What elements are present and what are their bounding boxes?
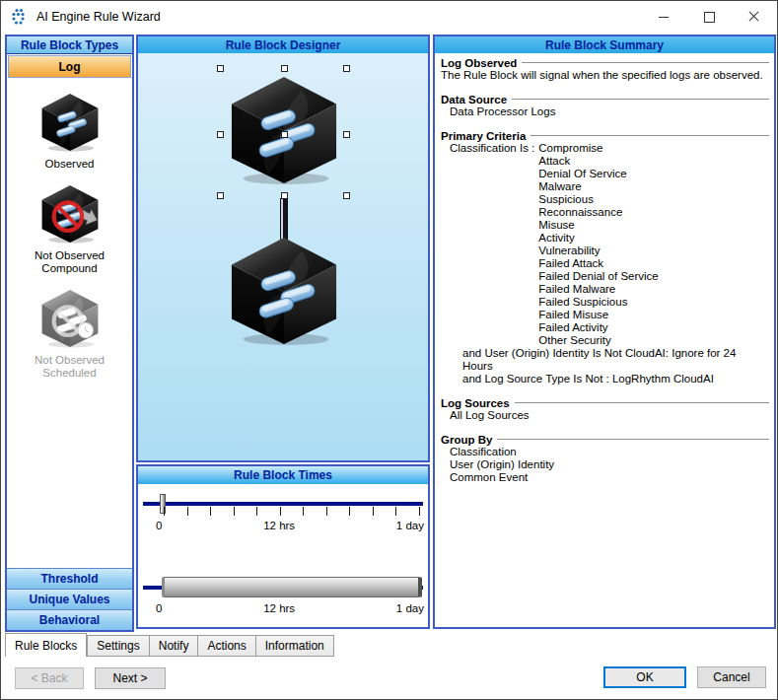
app-logo-icon — [10, 7, 30, 27]
scale-label-1day: 1 day — [396, 602, 424, 614]
tab-information[interactable]: Information — [256, 635, 334, 657]
summary-content: Log Observed The Rule Block will signal … — [435, 53, 774, 627]
classification-value: Failed Malware — [538, 283, 658, 296]
minimize-button[interactable] — [641, 1, 686, 33]
selection-handle[interactable] — [281, 65, 288, 72]
not-observed-compound-cube-icon — [38, 184, 102, 244]
time-slider-scale: 0 12 hrs 1 day — [156, 520, 424, 531]
selection-handle[interactable] — [343, 192, 350, 199]
type-label: Not Observed Compound — [7, 249, 132, 275]
tab-rule-blocks[interactable]: Rule Blocks — [5, 633, 87, 657]
selection-handle[interactable] — [343, 131, 350, 138]
group-by-value: Common Event — [441, 471, 769, 484]
observed-cube-icon — [38, 93, 102, 152]
classification-value: Suspicious — [538, 193, 658, 206]
not-observed-scheduled-cube-icon — [38, 289, 102, 348]
classification-value: Vulnerability — [538, 245, 658, 257]
rule-block-designer-panel: Rule Block Designer — [136, 35, 430, 462]
maximize-button[interactable] — [686, 1, 732, 33]
section-heading: Group By — [441, 434, 492, 446]
wizard-tabstrip: Rule Blocks Settings Notify Actions Info… — [5, 634, 334, 657]
rule-block-cube-2[interactable] — [224, 236, 344, 346]
classification-value: Compromise — [538, 142, 658, 155]
scale-label-0: 0 — [156, 602, 162, 614]
criteria-condition: and User (Origin) Identity Is Not CloudA… — [441, 347, 769, 373]
group-by-value: Classification — [441, 446, 769, 458]
selection-handle[interactable] — [217, 192, 224, 199]
selection-handle[interactable] — [343, 65, 350, 72]
title-bar: AI Engine Rule Wizard — [1, 1, 777, 33]
rule-block-times-panel: Rule Block Times 0 12 hrs 1 day 0 12 hrs… — [136, 464, 430, 629]
maximize-icon — [704, 12, 715, 23]
log-type-button[interactable]: Log — [8, 55, 131, 78]
ai-engine-rule-wizard-window: AI Engine Rule Wizard Rule Block Types L… — [0, 0, 778, 700]
classification-value: Other Security — [538, 334, 658, 347]
classification-value: Denial Of Service — [538, 168, 658, 180]
selection-handle-center[interactable] — [281, 131, 288, 138]
group-by-values: ClassificationUser (Origin) IdentityComm… — [441, 446, 769, 484]
section-heading: Log Sources — [441, 397, 510, 409]
range-slider-scale: 0 12 hrs 1 day — [156, 602, 424, 614]
classification-value: Failed Activity — [538, 321, 658, 334]
rule-block-cube-1[interactable] — [224, 75, 344, 185]
back-button: < Back — [15, 667, 84, 689]
classification-value: Malware — [538, 180, 658, 193]
classification-value: Failed Suspicious — [538, 296, 658, 309]
classification-label: Classification Is : — [450, 142, 534, 347]
designer-canvas[interactable] — [138, 53, 428, 460]
range-slider-bar[interactable] — [162, 577, 422, 597]
tab-actions[interactable]: Actions — [198, 635, 255, 657]
close-button[interactable] — [732, 1, 777, 33]
tab-notify[interactable]: Notify — [150, 635, 199, 657]
section-data-source: Data Source Data Processor Logs — [441, 94, 769, 118]
section-group-by: Group By ClassificationUser (Origin) Ide… — [441, 434, 769, 484]
type-item-not-observed-scheduled: Not Observed Scheduled — [7, 289, 132, 380]
data-source-value: Data Processor Logs — [441, 105, 769, 118]
next-button[interactable]: Next > — [95, 667, 166, 689]
time-slider-track[interactable] — [143, 502, 423, 506]
classification-value: Misuse — [538, 219, 658, 232]
threshold-button[interactable]: Threshold — [7, 568, 132, 589]
classification-value: Activity — [538, 232, 658, 245]
selection-handle[interactable] — [217, 131, 224, 138]
scale-label-12hrs: 12 hrs — [263, 520, 295, 531]
section-primary-criteria: Primary Criteria Classification Is : Com… — [441, 130, 769, 385]
scale-label-0: 0 — [156, 520, 162, 531]
classification-value: Failed Denial of Service — [538, 270, 658, 283]
section-heading: Log Observed — [441, 57, 517, 69]
section-heading: Primary Criteria — [441, 130, 526, 142]
behavioral-button[interactable]: Behavioral — [7, 609, 132, 630]
section-log-sources: Log Sources All Log Sources — [441, 397, 769, 422]
type-label: Observed — [45, 158, 95, 171]
time-slider-ticks — [164, 507, 420, 516]
scale-label-1day: 1 day — [396, 520, 424, 531]
rule-block-summary-panel: Rule Block Summary Log Observed The Rule… — [433, 35, 776, 629]
selection-handle[interactable] — [217, 65, 224, 72]
type-item-not-observed-compound[interactable]: Not Observed Compound — [7, 184, 132, 275]
criteria-condition: and Log Source Type Is Not : LogRhythm C… — [441, 373, 769, 385]
classification-value: Failed Attack — [538, 257, 658, 270]
group-by-value: User (Origin) Identity — [441, 458, 769, 471]
type-label: Not Observed Scheduled — [7, 354, 132, 380]
section-log-observed: Log Observed The Rule Block will signal … — [441, 57, 769, 82]
criteria-conditions: and User (Origin) Identity Is Not CloudA… — [441, 347, 769, 385]
ok-button[interactable]: OK — [603, 666, 686, 688]
type-item-observed[interactable]: Observed — [38, 93, 102, 171]
tab-settings[interactable]: Settings — [87, 635, 149, 657]
rule-block-times-header: Rule Block Times — [138, 466, 428, 485]
cancel-button[interactable]: Cancel — [697, 666, 766, 688]
rule-block-designer-header: Rule Block Designer — [138, 36, 428, 54]
classification-values: CompromiseAttackDenial Of ServiceMalware… — [538, 142, 658, 347]
section-heading: Data Source — [441, 94, 507, 105]
rule-block-types-panel: Rule Block Types Log Observed Not Observ… — [5, 35, 134, 632]
rule-block-summary-header: Rule Block Summary — [435, 36, 774, 54]
unique-values-button[interactable]: Unique Values — [7, 589, 132, 609]
log-sources-value: All Log Sources — [441, 409, 769, 422]
minimize-icon — [659, 17, 669, 18]
section-text: The Rule Block will signal when the spec… — [441, 69, 769, 82]
scale-label-12hrs: 12 hrs — [263, 602, 295, 614]
classification-value: Reconnaissance — [538, 206, 658, 219]
rule-block-types-header: Rule Block Types — [7, 36, 132, 54]
classification-value: Failed Misuse — [538, 309, 658, 321]
classification-value: Attack — [538, 155, 658, 168]
